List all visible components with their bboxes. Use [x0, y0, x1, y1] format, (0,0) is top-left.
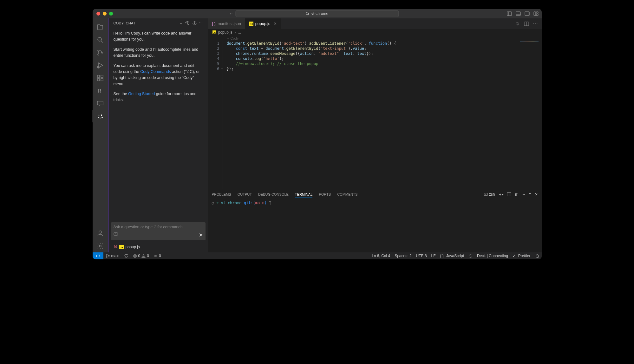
svg-point-20	[99, 231, 101, 233]
prettier-status[interactable]: ✓Prettier	[510, 254, 533, 258]
extensions-icon[interactable]	[93, 72, 108, 84]
cody-intro-3: You can ask me to explain, document and …	[114, 63, 203, 88]
cody-tab-icon[interactable]: ☺	[515, 21, 520, 27]
panel-tab-comments[interactable]: COMMENTS	[337, 191, 357, 198]
run-debug-icon[interactable]	[93, 59, 108, 72]
editor-group: { } manifest.json JS popup.js ✕ ☺ ⋯ JS p…	[208, 18, 542, 252]
explorer-icon[interactable]	[93, 21, 108, 34]
chat-icon[interactable]	[93, 97, 108, 110]
terminal[interactable]: ○ ➜ vt-chrome git:(main)	[208, 199, 542, 252]
ports-status[interactable]: 0	[151, 254, 163, 258]
split-terminal-icon[interactable]	[507, 192, 511, 197]
new-terminal-icon[interactable]: ＋▾	[498, 192, 504, 197]
getting-started-link[interactable]: Getting Started	[128, 92, 155, 96]
panel-bottom-icon[interactable]	[516, 11, 521, 16]
tab-label: manifest.json	[218, 22, 241, 26]
close-panel-icon[interactable]: ✕	[535, 192, 538, 197]
panel-tab-output[interactable]: OUTPUT	[238, 191, 252, 198]
tab-label: popup.js	[255, 22, 270, 26]
breadcrumb[interactable]: JS popup.js › …	[208, 29, 542, 36]
gear-icon[interactable]	[192, 21, 197, 26]
cody-ghost-hint: ✧ Cody	[208, 36, 542, 41]
chat-input-area: Ask a question or type '/' for commands …	[108, 220, 208, 243]
zoom-icon[interactable]	[109, 12, 113, 16]
close-tab-icon[interactable]: ✕	[273, 21, 277, 26]
json-file-icon: { }	[212, 22, 216, 26]
svg-point-27	[106, 254, 107, 256]
source-control-icon[interactable]	[93, 46, 108, 59]
panel-tab-problems[interactable]: PROBLEMS	[212, 191, 231, 198]
minimap[interactable]	[513, 41, 542, 189]
tab-manifest-json[interactable]: { } manifest.json	[208, 18, 245, 29]
slash-command-icon[interactable]	[114, 232, 118, 238]
encoding[interactable]: UTF-8	[414, 254, 429, 258]
search-icon[interactable]	[93, 34, 108, 46]
breadcrumb-file: popup.js	[218, 30, 232, 35]
code-editor[interactable]: 123456 document.getElementById('add-text…	[208, 41, 542, 189]
more-icon[interactable]: ⋯	[521, 192, 525, 197]
cody-icon[interactable]	[93, 110, 108, 122]
panel-tab-terminal[interactable]: TERMINAL	[295, 191, 313, 198]
panel-tab-debug-console[interactable]: DEBUG CONSOLE	[258, 191, 289, 198]
svg-rect-23	[114, 233, 117, 236]
split-editor-icon[interactable]	[524, 21, 529, 26]
context-file-row[interactable]: ⌘ JS popup.js	[108, 243, 208, 252]
js-file-icon: JS	[212, 30, 216, 34]
kill-terminal-icon[interactable]: 🗑	[514, 192, 518, 197]
breadcrumb-rest: …	[238, 30, 241, 35]
tab-actions: ☺ ⋯	[515, 18, 541, 29]
chevron-up-icon[interactable]: ⌃	[528, 192, 532, 197]
panel-tab-ports[interactable]: PORTS	[319, 191, 331, 198]
notifications-icon[interactable]	[533, 254, 542, 258]
minimize-icon[interactable]	[103, 12, 107, 16]
more-icon[interactable]: ⋯	[199, 21, 203, 26]
new-chat-icon[interactable]: ＋	[179, 21, 183, 26]
sidebar-cody: CODY: CHAT ＋ ⋯ Hello! I'm Cody. I can wr…	[108, 18, 208, 252]
settings-icon[interactable]	[93, 240, 108, 252]
svg-rect-12	[97, 75, 100, 77]
command-center[interactable]: vt-chrome	[235, 10, 399, 17]
language-mode[interactable]: { }JavaScript	[438, 254, 466, 258]
context-filename: popup.js	[126, 245, 140, 249]
sync-icon[interactable]	[122, 254, 131, 258]
history-icon[interactable]	[185, 21, 190, 26]
svg-rect-14	[97, 79, 100, 81]
tab-popup-js[interactable]: JS popup.js ✕	[245, 18, 281, 29]
cody-intro-2: Start writing code and I'll autocomplete…	[114, 47, 203, 59]
svg-rect-2	[516, 12, 520, 16]
deck-status[interactable]: Deck | Connecting	[475, 254, 510, 258]
code-content: document.getElementById('add-text').addE…	[223, 41, 542, 189]
svg-point-10	[101, 52, 103, 53]
terminal-profile-icon[interactable]: zsh	[484, 192, 495, 197]
traffic-lights	[93, 12, 113, 16]
nav-back-icon[interactable]: ←	[229, 11, 234, 16]
svg-rect-4	[534, 12, 536, 16]
bottom-panel: PROBLEMS OUTPUT DEBUG CONSOLE TERMINAL P…	[208, 189, 542, 252]
panel-right-icon[interactable]	[525, 11, 530, 16]
send-icon[interactable]: ➤	[199, 232, 203, 238]
svg-point-21	[99, 245, 101, 247]
titlebar-actions	[507, 11, 539, 16]
problems-status[interactable]: 0 0	[131, 254, 151, 258]
js-file-icon: JS	[119, 245, 124, 249]
indentation[interactable]: Spaces: 2	[392, 254, 414, 258]
sync-status-icon[interactable]	[466, 254, 475, 258]
svg-rect-5	[536, 12, 538, 13]
line-gutter: 123456	[208, 41, 223, 189]
r-icon[interactable]: R	[93, 84, 108, 97]
git-branch[interactable]: main	[103, 254, 122, 258]
remote-indicator[interactable]	[93, 252, 103, 259]
svg-point-28	[106, 257, 107, 258]
more-icon[interactable]: ⋯	[533, 21, 538, 27]
svg-point-8	[98, 50, 99, 51]
vscode-window: ← → vt-chrome R	[93, 9, 542, 259]
cody-commands-link[interactable]: Cody Commands	[140, 69, 171, 74]
close-icon[interactable]	[96, 12, 100, 16]
cursor-position[interactable]: Ln 6, Col 4	[369, 254, 392, 258]
eol[interactable]: LF	[429, 254, 438, 258]
chat-input[interactable]: Ask a question or type '/' for commands …	[111, 222, 206, 240]
titlebar: ← → vt-chrome	[93, 9, 542, 18]
layout-icon[interactable]	[533, 11, 539, 16]
account-icon[interactable]	[93, 227, 108, 240]
panel-left-icon[interactable]	[507, 11, 512, 16]
